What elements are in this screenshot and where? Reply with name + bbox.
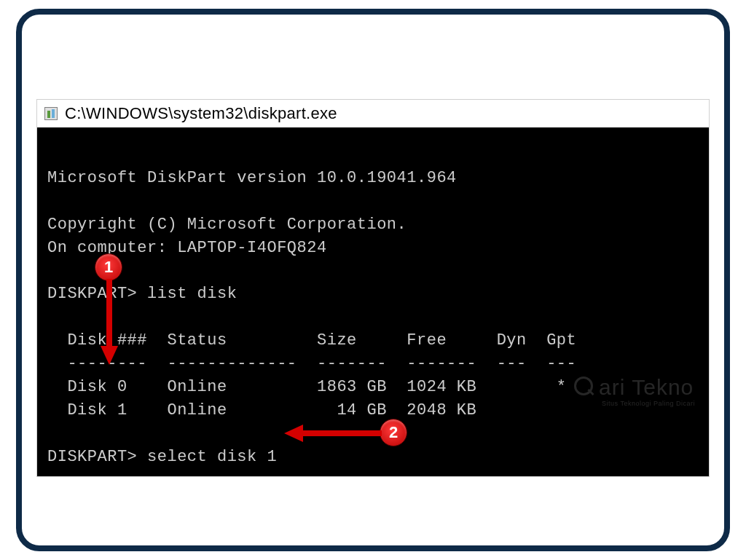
row0-size: 1863 GB <box>317 378 387 396</box>
watermark-sub: Situs Teknologi Paling Dicari <box>574 400 695 407</box>
row1-free: 2048 KB <box>407 401 476 419</box>
row0-gpt: * <box>557 378 567 396</box>
annotation-badge-1: 1 <box>95 253 122 281</box>
magnifier-icon <box>574 376 596 398</box>
row1-status: Online <box>167 401 227 419</box>
col-dyn: Dyn <box>497 331 527 350</box>
col-free: Free <box>407 331 447 350</box>
sep-free: ------- <box>407 355 476 373</box>
badge-2-text: 2 <box>389 423 398 442</box>
watermark: ari Tekno Situs Teknologi Paling Dicari <box>574 375 695 407</box>
cmd-select-disk: select disk 1 <box>147 448 277 466</box>
prompt-2: DISKPART> <box>47 448 137 466</box>
row1-size: 14 GB <box>337 401 387 419</box>
col-status: Status <box>167 331 227 350</box>
col-size: Size <box>317 331 357 350</box>
cmd-list-disk: list disk <box>147 285 237 303</box>
intro-version: Microsoft DiskPart version 10.0.19041.96… <box>47 169 457 187</box>
row0-status: Online <box>167 378 227 396</box>
arrow-left-icon <box>283 424 382 443</box>
badge-1-text: 1 <box>104 258 113 277</box>
row1-disk: Disk 1 <box>67 401 127 419</box>
intro-copyright: Copyright (C) Microsoft Corporation. <box>47 216 407 234</box>
intro-computer: On computer: LAPTOP-I4OFQ824 <box>47 239 327 257</box>
cmd-icon <box>44 107 58 120</box>
annotation-badge-2: 2 <box>380 419 407 446</box>
window-titlebar: C:\WINDOWS\system32\diskpart.exe <box>36 99 710 127</box>
row0-free: 1024 KB <box>407 378 476 396</box>
svg-marker-3 <box>284 425 303 442</box>
screenshot-frame: C:\WINDOWS\system32\diskpart.exe Microso… <box>16 9 730 551</box>
watermark-main: ari Tekno <box>599 375 694 400</box>
sep-status: ------------- <box>167 355 297 373</box>
svg-marker-1 <box>101 346 118 365</box>
col-gpt: Gpt <box>546 331 576 350</box>
sep-gpt: --- <box>546 355 576 373</box>
row0-disk: Disk 0 <box>67 378 127 396</box>
arrow-down-icon <box>100 279 119 366</box>
window-title: C:\WINDOWS\system32\diskpart.exe <box>65 104 337 123</box>
inner-wrap: C:\WINDOWS\system32\diskpart.exe Microso… <box>22 15 724 545</box>
sep-size: ------- <box>317 355 387 373</box>
sep-dyn: --- <box>497 355 527 373</box>
prompt-1: DISKPART> <box>47 285 137 303</box>
